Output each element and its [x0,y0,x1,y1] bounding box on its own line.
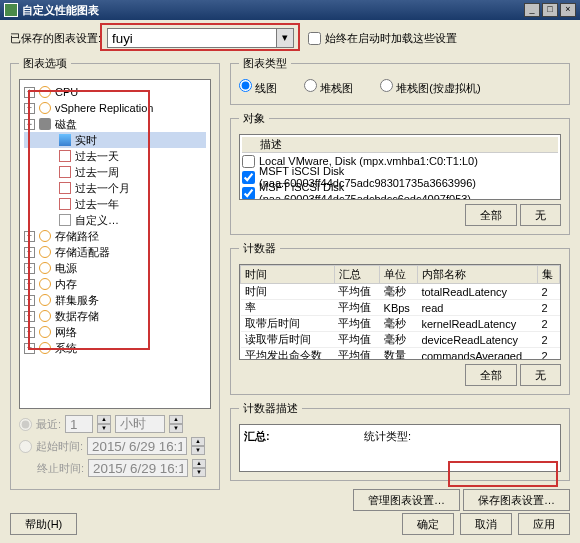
tree-node[interactable]: +CPU [24,84,206,100]
line-chart-radio[interactable]: 线图 [239,82,277,94]
counter-col-header[interactable]: 集 [537,266,559,284]
tree-node[interactable]: 过去一周 [24,164,206,180]
counters-table[interactable]: 时间汇总单位内部名称集时间平均值毫秒totalReadLatency2率平均值K… [239,264,561,360]
maximize-button[interactable]: □ [542,3,558,17]
object-row[interactable]: MSFT iSCSI Disk (naa.60003ff44dc75adcbdc… [242,185,558,200]
manage-settings-button[interactable]: 管理图表设置… [353,489,460,511]
counter-col-header[interactable]: 汇总 [334,266,379,284]
expand-icon[interactable]: + [24,295,35,306]
node-label: 存储路径 [55,229,99,244]
recent-unit[interactable] [115,415,165,433]
counters-legend: 计数器 [239,241,280,256]
node-icon [59,198,71,210]
app-icon [4,3,18,17]
node-label: vSphere Replication [55,102,153,114]
node-icon [59,134,71,146]
counter-col-header[interactable]: 内部名称 [417,266,537,284]
node-icon [39,326,51,338]
expand-icon[interactable]: + [24,231,35,242]
expand-icon[interactable]: + [24,87,35,98]
save-settings-button[interactable]: 保存图表设置… [463,489,570,511]
node-label: 网络 [55,325,77,340]
counters-none-button[interactable]: 无 [520,364,561,386]
tree-node[interactable]: +数据存储 [24,308,206,324]
objects-all-button[interactable]: 全部 [465,204,517,226]
tree-node[interactable]: +vSphere Replication [24,100,206,116]
node-label: 系统 [55,341,77,356]
object-checkbox[interactable] [242,155,255,168]
counter-row[interactable]: 时间平均值毫秒totalReadLatency2 [241,284,560,300]
summary-label: 汇总: [244,429,364,444]
tree-node[interactable]: 实时 [24,132,206,148]
object-checkbox[interactable] [242,187,255,200]
counter-row[interactable]: 取带后时间平均值毫秒kernelReadLatency2 [241,316,560,332]
tree-node[interactable]: 过去一个月 [24,180,206,196]
node-icon [39,262,51,274]
spinner[interactable]: ▲▼ [191,437,205,455]
tree-node[interactable]: +存储适配器 [24,244,206,260]
counter-col-header[interactable]: 单位 [380,266,418,284]
counter-row[interactable]: 率平均值KBpsread2 [241,300,560,316]
tree-node[interactable]: +系统 [24,340,206,356]
from-label: 起始时间: [36,439,83,454]
titlebar: 自定义性能图表 _ □ × [0,0,580,20]
recent-value[interactable] [65,415,93,433]
tree-node[interactable]: −磁盘 [24,116,206,132]
minimize-button[interactable]: _ [524,3,540,17]
node-icon [59,150,71,162]
expand-icon[interactable]: + [24,343,35,354]
help-button[interactable]: 帮助(H) [10,513,77,535]
expand-icon[interactable]: + [24,279,35,290]
expand-icon[interactable]: + [24,263,35,274]
counter-col-header[interactable]: 时间 [241,266,335,284]
tree-node[interactable]: +群集服务 [24,292,206,308]
tree-node[interactable]: 过去一年 [24,196,206,212]
options-tree[interactable]: +CPU+vSphere Replication−磁盘实时过去一天过去一周过去一… [19,79,211,409]
node-label: 数据存储 [55,309,99,324]
tree-node[interactable]: 过去一天 [24,148,206,164]
expand-icon[interactable]: + [24,247,35,258]
expand-icon[interactable]: + [24,327,35,338]
counter-row[interactable]: 平均发出命令数平均值数量commandsAveraged2 [241,348,560,361]
stack-chart-radio[interactable]: 堆栈图 [304,82,353,94]
object-checkbox[interactable] [242,171,255,184]
node-label: 过去一个月 [75,181,130,196]
node-icon [39,310,51,322]
apply-button[interactable]: 应用 [518,513,570,535]
spinner[interactable]: ▲▼ [192,459,206,477]
tree-node[interactable]: +内存 [24,276,206,292]
spinner[interactable]: ▲▼ [97,415,111,433]
node-label: 自定义… [75,213,119,228]
recent-radio[interactable] [19,418,32,431]
ok-button[interactable]: 确定 [402,513,454,535]
tree-node[interactable]: +网络 [24,324,206,340]
node-label: 过去一年 [75,197,119,212]
to-input[interactable] [88,459,188,477]
node-label: 群集服务 [55,293,99,308]
objects-list[interactable]: 描述Local VMware, Disk (mpx.vmhba1:C0:T1:L… [239,134,561,200]
tree-node[interactable]: +电源 [24,260,206,276]
saved-settings-dropdown[interactable]: ▾ [277,28,294,48]
tree-node[interactable]: +存储路径 [24,228,206,244]
load-on-startup-checkbox[interactable] [308,32,321,45]
expand-icon[interactable]: + [24,311,35,322]
counters-all-button[interactable]: 全部 [465,364,517,386]
objects-none-button[interactable]: 无 [520,204,561,226]
node-label: 过去一天 [75,149,119,164]
node-icon [59,166,71,178]
close-button[interactable]: × [560,3,576,17]
node-label: 电源 [55,261,77,276]
tree-node[interactable]: 自定义… [24,212,206,228]
stackvm-chart-radio[interactable]: 堆栈图(按虚拟机) [380,82,480,94]
saved-settings-input[interactable] [107,28,277,48]
counter-row[interactable]: 读取带后时间平均值毫秒deviceReadLatency2 [241,332,560,348]
expand-icon[interactable]: − [24,119,35,130]
from-input[interactable] [87,437,187,455]
counter-desc-fieldset: 计数器描述 汇总:统计类型: [230,401,570,481]
cancel-button[interactable]: 取消 [460,513,512,535]
from-radio[interactable] [19,440,32,453]
spinner[interactable]: ▲▼ [169,415,183,433]
counters-fieldset: 计数器 时间汇总单位内部名称集时间平均值毫秒totalReadLatency2率… [230,241,570,395]
node-icon [59,182,71,194]
expand-icon[interactable]: + [24,103,35,114]
